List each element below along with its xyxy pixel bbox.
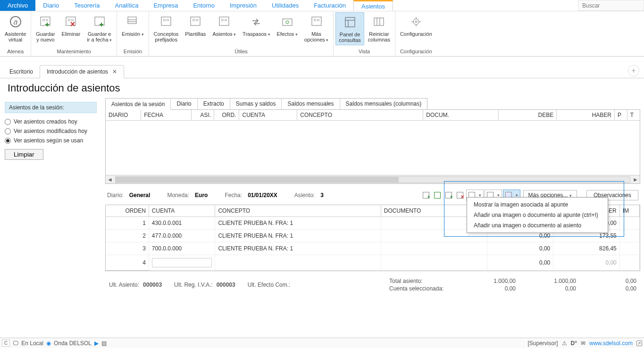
col-fecha[interactable]: FECHA [141, 110, 192, 121]
menu-impresion[interactable]: Impresión [222, 0, 264, 11]
ribbon-label: Traspasos [243, 31, 270, 37]
radio-segun-usan[interactable]: Ver asientos según se usan [5, 136, 97, 145]
ribbon-panel-consultas[interactable]: Panel de consultas [335, 12, 364, 45]
ribbon-traspasos[interactable]: Traspasos [240, 12, 273, 39]
table-row[interactable]: 3 700.0.0.000 CLIENTE PRUEBA N. FRA: 1 0… [106, 242, 640, 255]
d-icon[interactable]: D° [571, 340, 577, 347]
radio-creados-hoy[interactable]: Ver asientos creados hoy [5, 117, 97, 126]
table-row-edit[interactable]: 4 0,00 0,00 [106, 255, 640, 271]
ribbon-mas-opciones[interactable]: D H Más opciones [301, 12, 332, 45]
ribbon-group-utiles: D H Conceptos prefijados D H Plantillas … [149, 11, 334, 56]
cuenta-debe: 0,00 [464, 285, 516, 292]
ribbon-group-emision: Emisión Emisión [117, 11, 149, 56]
cell-haber: 826,45 [553, 242, 620, 255]
col-diario[interactable]: DIARIO [106, 110, 141, 121]
scroll-left-icon[interactable]: ◄ [106, 176, 114, 183]
status-c-button[interactable]: C [2, 340, 10, 347]
subtab-saldos-mensuales-cols[interactable]: Saldos mensuales (columnas) [340, 99, 427, 109]
cell-debe: 0,00 [487, 242, 553, 255]
col-docum[interactable]: DOCUM. [423, 110, 499, 121]
menu-entorno[interactable]: Entorno [185, 0, 222, 11]
ribbon-emision[interactable]: Emisión [119, 12, 147, 39]
col-ord[interactable]: ORD. [214, 110, 239, 121]
col-asi[interactable]: ASI. [192, 110, 214, 121]
ribbon-asientos[interactable]: D H Asientos [209, 12, 239, 39]
col-concepto[interactable]: CONCEPTO [297, 110, 423, 121]
svg-point-27 [415, 21, 417, 23]
col-debe[interactable]: DEBE [499, 110, 557, 121]
subtab-asientos-sesion[interactable]: Asientos de la sesión [106, 99, 171, 110]
col2-concepto[interactable]: CONCEPTO [215, 205, 381, 217]
mail-icon[interactable]: ✉ [581, 340, 585, 347]
subtab-saldos-mensuales[interactable]: Saldos mensuales [282, 99, 340, 109]
col2-orden[interactable]: ORDEN [106, 205, 149, 217]
warning-icon[interactable]: ⚠ [562, 340, 567, 347]
svg-point-17 [286, 21, 289, 24]
ribbon-eliminar[interactable]: D H Eliminar [59, 12, 84, 39]
dd-show-image[interactable]: Mostrar la imagen asociada al apunte [467, 199, 608, 210]
col-p[interactable]: P [615, 110, 627, 121]
col-cuenta[interactable]: CUENTA [239, 110, 297, 121]
col-haber[interactable]: HABER [557, 110, 615, 121]
ribbon-asistente-virtual[interactable]: a Asistente virtual [2, 12, 29, 44]
scroll-right-icon[interactable]: ► [631, 176, 640, 183]
menu-diario[interactable]: Diario [35, 0, 67, 11]
subtab-sumas-saldos[interactable]: Sumas y saldos [230, 99, 282, 109]
cell-concepto: CLIENTE PRUEBA N. FRA: 1 [215, 230, 381, 242]
tool-new-line[interactable]: + [421, 190, 431, 200]
ribbon-group-config: Configuración Configuración [395, 11, 437, 56]
session-grid-body[interactable] [106, 121, 640, 175]
effects-icon [280, 14, 295, 29]
list-icon[interactable]: ▤ [101, 340, 107, 347]
limpiar-button[interactable]: Limpiar [5, 149, 43, 160]
cell-orden: 4 [106, 255, 149, 271]
col2-cuenta[interactable]: CUENTA [149, 205, 215, 217]
ribbon: a Asistente virtual Atenea D H Guardar y… [0, 11, 644, 57]
templates-icon: D H [188, 14, 203, 29]
scroll-thumb[interactable] [116, 177, 399, 182]
ribbon-label: Reiniciar columnas [368, 31, 390, 42]
search-input[interactable]: Buscar [578, 0, 644, 11]
ribbon-guardar-fecha[interactable]: Guardar e ir a fecha [84, 12, 115, 45]
ribbon-plantillas[interactable]: D H Plantillas [182, 12, 209, 39]
ribbon-conceptos[interactable]: D H Conceptos prefijados [151, 12, 182, 44]
supervisor-label: [Supervisor] [527, 340, 558, 347]
ribbon-configuracion[interactable]: Configuración [397, 12, 435, 39]
url-link[interactable]: www.sdelsol.com [589, 340, 633, 347]
document-tabs: Escritorio Introducción de asientos ✕ + [0, 64, 644, 78]
ribbon-reiniciar-columnas[interactable]: Reiniciar columnas [365, 12, 393, 44]
radio-icon [5, 119, 11, 125]
dd-add-image-apunte[interactable]: Añadir una imagen o documento al apunte … [467, 210, 608, 220]
col2-im[interactable]: IM [619, 205, 639, 217]
tool-insert[interactable] [432, 190, 443, 200]
external-link-icon[interactable]: ↗ [636, 340, 642, 346]
cell-orden: 1 [106, 217, 149, 230]
ribbon-group-label: Emisión [119, 48, 147, 55]
subtab-extracto[interactable]: Extracto [198, 99, 230, 109]
menu-utilidades[interactable]: Utilidades [264, 0, 306, 11]
radio-modificados-hoy[interactable]: Ver asientos modificados hoy [5, 126, 97, 136]
add-tab-button[interactable]: + [628, 65, 639, 76]
scroll-track[interactable] [115, 176, 630, 183]
ribbon-guardar-nuevo[interactable]: D H Guardar y nuevo [33, 12, 58, 44]
cuenta-haber: 0,00 [524, 285, 576, 292]
tool-delete[interactable]: ✕ [455, 190, 465, 200]
tab-introduccion-asientos[interactable]: Introducción de asientos ✕ [40, 65, 124, 78]
tab-escritorio[interactable]: Escritorio [3, 66, 40, 78]
menu-archivo[interactable]: Archivo [0, 0, 35, 11]
svg-rect-23 [374, 18, 384, 25]
subtab-diario[interactable]: Diario [171, 99, 197, 109]
col-t[interactable]: T [627, 110, 640, 121]
dd-add-image-asiento[interactable]: Añadir una imagen o documento al asiento [467, 220, 608, 231]
menu-empresa[interactable]: Empresa [146, 0, 185, 11]
close-icon[interactable]: ✕ [112, 68, 117, 75]
tool-copy[interactable]: + [443, 190, 454, 200]
ribbon-efectos[interactable]: Efectos [274, 12, 301, 39]
cell-cuenta-input[interactable] [149, 255, 215, 271]
menu-facturacion[interactable]: Facturación [306, 0, 353, 11]
menu-tesoreria[interactable]: Tesorería [67, 0, 107, 11]
menu-analitica[interactable]: Analítica [108, 0, 146, 11]
play-icon[interactable]: ▶ [94, 340, 99, 347]
horizontal-scrollbar[interactable]: ◄ ► [106, 175, 640, 183]
menu-asientos[interactable]: Asientos [353, 0, 393, 11]
